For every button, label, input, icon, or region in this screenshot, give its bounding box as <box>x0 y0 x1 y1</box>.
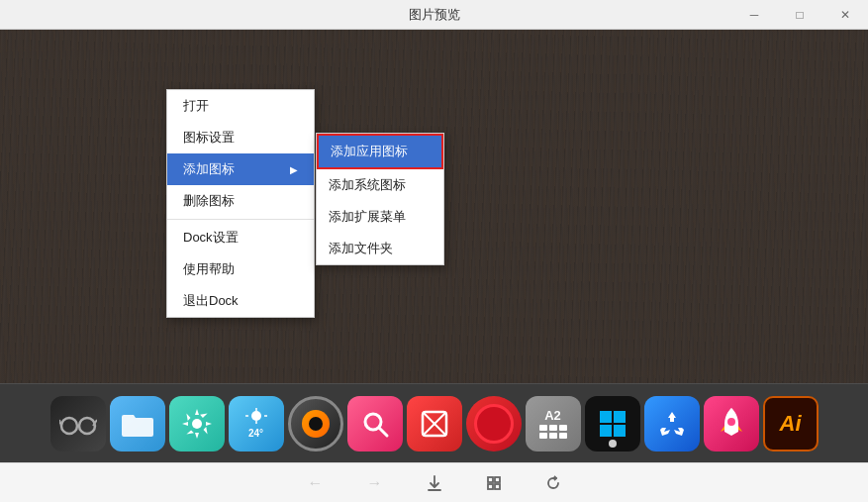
context-menu-item-add-icon[interactable]: 添加图标 ▶ <box>167 153 314 185</box>
svg-rect-23 <box>495 477 500 482</box>
svg-rect-24 <box>488 484 493 489</box>
forward-button[interactable]: → <box>361 469 389 497</box>
dock-icon-folder[interactable] <box>110 396 165 452</box>
menu-separator <box>167 219 314 220</box>
dock-icon-recycle[interactable] <box>644 396 700 452</box>
calc-label: A2 <box>544 408 561 424</box>
dock-icon-rocket[interactable] <box>704 396 759 452</box>
nav-bar: ← → <box>0 462 868 502</box>
svg-point-20 <box>727 418 735 426</box>
context-menu-item-help[interactable]: 使用帮助 <box>167 253 314 285</box>
dock-icon-windows[interactable] <box>585 396 640 452</box>
svg-line-3 <box>59 420 61 426</box>
dock: 24° A2 <box>0 383 868 462</box>
context-menu-item-exit-dock[interactable]: 退出Dock <box>167 285 314 317</box>
context-menu-item-dock-settings[interactable]: Dock设置 <box>167 222 314 253</box>
download-button[interactable] <box>421 469 448 497</box>
weather-temp: 24° <box>248 428 263 439</box>
svg-rect-25 <box>495 484 500 489</box>
maximize-button[interactable]: □ <box>777 0 822 30</box>
dock-icon-search[interactable] <box>347 396 403 452</box>
submenu-item-add-ext-menu[interactable]: 添加扩展菜单 <box>317 201 443 233</box>
dock-icon-weather[interactable]: 24° <box>229 396 284 452</box>
svg-rect-19 <box>614 425 626 437</box>
window-controls: ─ □ ✕ <box>731 0 868 30</box>
display-button[interactable] <box>480 469 508 497</box>
context-menu: 打开 图标设置 添加图标 ▶ 删除图标 Dock设置 使用帮助 退出Dock <box>166 89 315 318</box>
svg-line-12 <box>379 428 387 436</box>
back-button[interactable]: ← <box>302 469 330 497</box>
context-menu-item-icon-settings[interactable]: 图标设置 <box>167 122 314 153</box>
refresh-button[interactable] <box>539 469 567 497</box>
close-button[interactable]: ✕ <box>822 0 868 30</box>
svg-rect-17 <box>614 411 626 423</box>
ai-label: Ai <box>780 411 802 437</box>
svg-point-0 <box>61 418 77 434</box>
svg-point-1 <box>79 418 95 434</box>
submenu: 添加应用图标 添加系统图标 添加扩展菜单 添加文件夹 <box>316 133 444 265</box>
dock-icon-crop[interactable] <box>407 396 462 452</box>
svg-rect-16 <box>600 411 612 423</box>
submenu-arrow: ▶ <box>290 164 298 175</box>
svg-point-6 <box>251 411 261 421</box>
dock-icon-circle[interactable] <box>288 396 343 452</box>
dock-icon-circle2[interactable] <box>466 396 522 452</box>
dock-icon-ai[interactable]: Ai <box>763 396 819 452</box>
main-content: 打开 图标设置 添加图标 ▶ 删除图标 Dock设置 使用帮助 退出Dock 添… <box>0 30 868 383</box>
title-bar: 图片预览 ─ □ ✕ <box>0 0 868 30</box>
submenu-item-add-system-icon[interactable]: 添加系统图标 <box>317 169 443 201</box>
svg-point-5 <box>192 419 202 429</box>
dock-icon-glasses[interactable] <box>50 396 106 452</box>
svg-rect-22 <box>488 477 493 482</box>
context-menu-item-delete-icon[interactable]: 删除图标 <box>167 185 314 217</box>
dock-icon-calc[interactable]: A2 <box>526 396 581 452</box>
window-title: 图片预览 <box>409 6 460 24</box>
submenu-item-add-folder[interactable]: 添加文件夹 <box>317 233 443 264</box>
minimize-button[interactable]: ─ <box>731 0 777 30</box>
submenu-item-add-app-icon[interactable]: 添加应用图标 <box>317 134 443 169</box>
context-menu-item-open[interactable]: 打开 <box>167 90 314 122</box>
dock-icon-gear[interactable] <box>169 396 225 452</box>
svg-rect-18 <box>600 425 612 437</box>
